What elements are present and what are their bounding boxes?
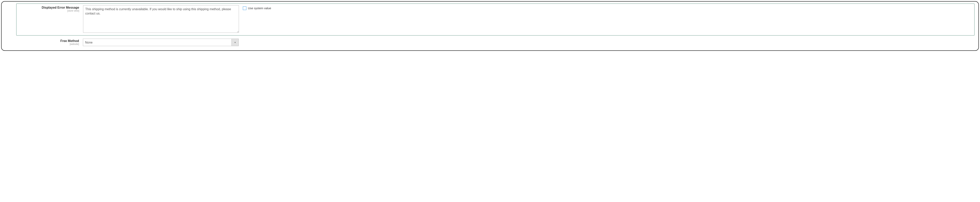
control-column: None ▼ (83, 39, 239, 46)
use-system-value-checkbox[interactable] (243, 6, 247, 10)
label-column: Displayed Error Message [store view] (18, 5, 83, 13)
field-free-method: Free Method [website] None ▼ (16, 37, 975, 46)
field-scope: [store view] (18, 10, 79, 13)
field-scope: [website] (18, 43, 79, 46)
field-label: Free Method (60, 39, 79, 43)
config-panel: Displayed Error Message [store view] Thi… (1, 1, 979, 51)
field-displayed-error-message: Displayed Error Message [store view] Thi… (16, 3, 975, 35)
use-system-column: Use system value (239, 5, 278, 10)
spacer-column (239, 39, 278, 40)
use-system-value-label[interactable]: Use system value (248, 6, 271, 10)
select-wrapper: None ▼ (83, 39, 239, 46)
label-column: Free Method [website] (18, 39, 83, 46)
free-method-select[interactable]: None (83, 39, 239, 46)
error-message-textarea[interactable]: This shipping method is currently unavai… (83, 5, 239, 33)
control-column: This shipping method is currently unavai… (83, 5, 239, 33)
field-label: Displayed Error Message (42, 6, 79, 9)
